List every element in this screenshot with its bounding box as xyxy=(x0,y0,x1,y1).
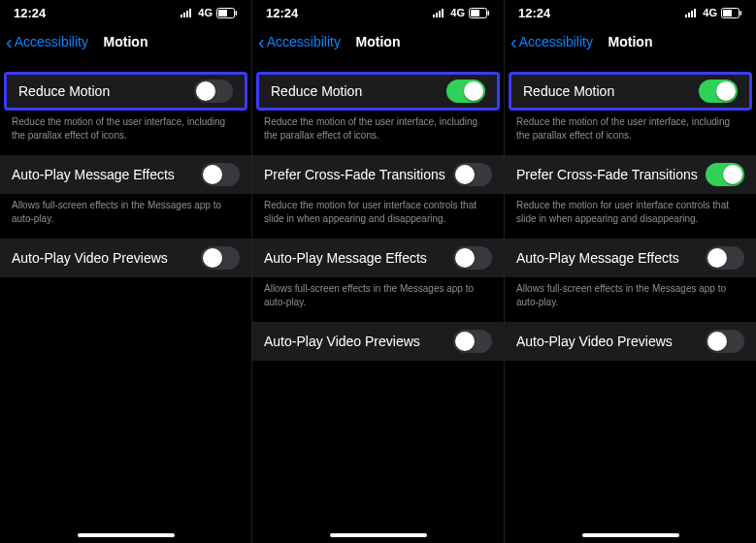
network-label: 4G xyxy=(198,7,213,18)
prefer-cross-fade-row-footer: Reduce the motion for user interface con… xyxy=(252,194,504,239)
nav-bar: ‹ Accessibility Motion xyxy=(252,25,504,58)
prefer-cross-fade-row-label: Prefer Cross-Fade Transitions xyxy=(264,167,445,182)
svg-rect-9 xyxy=(439,11,441,17)
battery-icon xyxy=(721,8,742,18)
svg-rect-10 xyxy=(442,9,444,17)
reduce-motion-row-highlight: Reduce Motion xyxy=(509,72,752,111)
home-indicator[interactable] xyxy=(78,533,175,537)
back-label: Accessibility xyxy=(519,34,593,49)
reduce-motion-row-label: Reduce Motion xyxy=(523,83,614,99)
reduce-motion-row[interactable]: Reduce Motion xyxy=(259,75,497,108)
toggle-knob-icon xyxy=(455,165,475,184)
reduce-motion-row[interactable]: Reduce Motion xyxy=(511,75,749,108)
autoplay-message-effects-row-toggle[interactable] xyxy=(201,163,240,186)
toggle-knob-icon xyxy=(716,81,736,101)
network-label: 4G xyxy=(703,7,717,18)
toggle-knob-icon xyxy=(723,165,742,184)
prefer-cross-fade-row[interactable]: Prefer Cross-Fade Transitions xyxy=(505,155,756,194)
autoplay-video-previews-row[interactable]: Auto-Play Video Previews xyxy=(505,322,756,361)
prefer-cross-fade-row-toggle[interactable] xyxy=(453,163,492,186)
toggle-knob-icon xyxy=(203,248,222,268)
prefer-cross-fade-row[interactable]: Prefer Cross-Fade Transitions xyxy=(252,155,504,194)
battery-icon xyxy=(216,8,238,18)
svg-rect-15 xyxy=(688,13,690,17)
reduce-motion-row[interactable]: Reduce Motion xyxy=(7,75,245,108)
autoplay-message-effects-row-label: Auto-Play Message Effects xyxy=(516,250,679,266)
autoplay-video-previews-row[interactable]: Auto-Play Video Previews xyxy=(0,239,251,277)
svg-rect-20 xyxy=(740,11,742,16)
svg-rect-3 xyxy=(189,9,191,17)
prefer-cross-fade-row-footer: Reduce the motion for user interface con… xyxy=(505,194,756,239)
prefer-cross-fade-row-label: Prefer Cross-Fade Transitions xyxy=(516,167,698,182)
autoplay-video-previews-row-toggle[interactable] xyxy=(706,330,744,353)
autoplay-message-effects-row[interactable]: Auto-Play Message Effects xyxy=(0,155,251,194)
svg-rect-17 xyxy=(694,9,696,17)
chevron-left-icon: ‹ xyxy=(6,32,13,51)
nav-bar: ‹ Accessibility Motion xyxy=(505,25,756,58)
reduce-motion-row-label: Reduce Motion xyxy=(18,83,110,99)
autoplay-message-effects-row-footer: Allows full-screen effects in the Messag… xyxy=(252,277,504,322)
network-label: 4G xyxy=(450,7,465,18)
chevron-left-icon: ‹ xyxy=(258,32,265,51)
reduce-motion-row-highlight: Reduce Motion xyxy=(4,72,247,111)
chevron-left-icon: ‹ xyxy=(510,32,517,51)
phone-screen-2: 12:24 4G ‹ Accessibility MotionReduce Mo… xyxy=(252,0,505,543)
nav-bar: ‹ Accessibility Motion xyxy=(0,25,251,58)
reduce-motion-row-label: Reduce Motion xyxy=(271,83,362,99)
status-bar: 12:24 4G xyxy=(505,0,756,25)
svg-rect-14 xyxy=(685,15,687,17)
back-label: Accessibility xyxy=(267,34,341,49)
autoplay-message-effects-row[interactable]: Auto-Play Message Effects xyxy=(505,239,756,277)
settings-list: Reduce MotionReduce the motion of the us… xyxy=(0,58,251,291)
reduce-motion-row-highlight: Reduce Motion xyxy=(256,72,500,111)
autoplay-video-previews-row[interactable]: Auto-Play Video Previews xyxy=(252,322,504,361)
svg-rect-7 xyxy=(433,15,435,17)
back-button[interactable]: ‹ Accessibility xyxy=(6,32,88,51)
status-time: 12:24 xyxy=(266,6,298,20)
autoplay-video-previews-row-label: Auto-Play Video Previews xyxy=(516,334,673,349)
home-indicator[interactable] xyxy=(330,533,427,537)
autoplay-message-effects-row[interactable]: Auto-Play Message Effects xyxy=(252,239,504,277)
toggle-knob-icon xyxy=(464,81,483,101)
autoplay-message-effects-row-footer: Allows full-screen effects in the Messag… xyxy=(0,194,251,239)
svg-rect-0 xyxy=(181,15,182,17)
svg-rect-8 xyxy=(436,13,438,17)
autoplay-message-effects-row-toggle[interactable] xyxy=(453,246,492,270)
settings-list: Reduce MotionReduce the motion of the us… xyxy=(252,58,504,374)
svg-rect-13 xyxy=(488,11,490,16)
toggle-knob-icon xyxy=(203,165,222,184)
autoplay-message-effects-row-label: Auto-Play Message Effects xyxy=(12,167,175,182)
battery-icon xyxy=(469,8,490,18)
reduce-motion-row-toggle[interactable] xyxy=(699,80,738,103)
autoplay-video-previews-row-toggle[interactable] xyxy=(201,246,240,270)
back-button[interactable]: ‹ Accessibility xyxy=(510,32,593,51)
signal-bars-icon xyxy=(685,8,699,17)
home-indicator[interactable] xyxy=(582,533,679,537)
prefer-cross-fade-row-toggle[interactable] xyxy=(706,163,744,186)
reduce-motion-row-toggle[interactable] xyxy=(446,80,485,103)
svg-rect-1 xyxy=(183,13,185,17)
toggle-knob-icon xyxy=(707,332,727,351)
reduce-motion-row-footer: Reduce the motion of the user interface,… xyxy=(252,111,504,155)
svg-rect-6 xyxy=(236,11,238,16)
status-bar: 12:24 4G xyxy=(0,0,251,25)
autoplay-message-effects-row-toggle[interactable] xyxy=(706,246,744,270)
svg-rect-16 xyxy=(691,11,693,17)
toggle-knob-icon xyxy=(455,248,475,268)
svg-rect-2 xyxy=(186,11,188,17)
autoplay-message-effects-row-label: Auto-Play Message Effects xyxy=(264,250,427,266)
toggle-knob-icon xyxy=(707,248,727,268)
reduce-motion-row-toggle[interactable] xyxy=(194,80,233,103)
status-time: 12:24 xyxy=(518,6,550,20)
back-label: Accessibility xyxy=(15,34,88,49)
status-right: 4G xyxy=(181,7,238,18)
back-button[interactable]: ‹ Accessibility xyxy=(258,32,341,51)
status-time: 12:24 xyxy=(14,6,46,20)
svg-rect-12 xyxy=(471,10,479,16)
autoplay-video-previews-row-toggle[interactable] xyxy=(453,330,492,353)
status-right: 4G xyxy=(685,7,742,18)
phone-screen-1: 12:24 4G ‹ Accessibility MotionReduce Mo… xyxy=(0,0,252,543)
phone-screen-3: 12:24 4G ‹ Accessibility MotionReduce Mo… xyxy=(505,0,756,543)
autoplay-message-effects-row-footer: Allows full-screen effects in the Messag… xyxy=(505,277,756,322)
signal-bars-icon xyxy=(181,8,194,17)
